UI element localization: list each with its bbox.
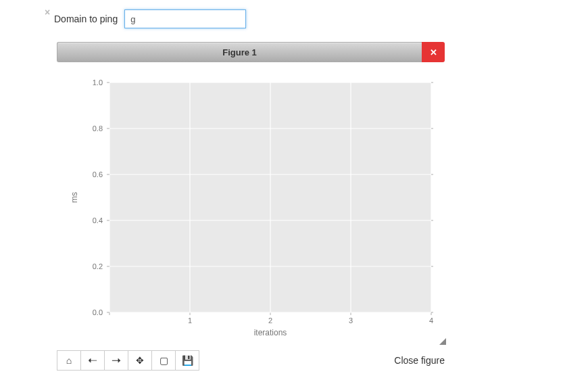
save-icon: 💾	[182, 355, 193, 366]
svg-text:0.4: 0.4	[93, 216, 103, 224]
domain-label: Domain to ping	[54, 14, 118, 24]
svg-text:2: 2	[268, 316, 272, 325]
svg-text:1: 1	[188, 316, 192, 325]
svg-text:4: 4	[429, 316, 433, 325]
domain-form: Domain to ping	[54, 9, 588, 28]
home-button[interactable]: ⌂	[57, 350, 81, 371]
close-icon[interactable]: ×	[45, 7, 50, 18]
arrow-right-icon: 🠒	[112, 355, 121, 366]
svg-text:ms: ms	[70, 192, 79, 203]
domain-input[interactable]	[124, 9, 246, 28]
svg-text:1.0: 1.0	[93, 78, 103, 87]
svg-text:0.2: 0.2	[93, 262, 103, 270]
figure-titlebar: Figure 1 ✕	[57, 42, 445, 62]
home-icon: ⌂	[66, 355, 72, 366]
close-figure-button[interactable]: ✕	[422, 42, 445, 62]
svg-text:0.6: 0.6	[93, 170, 103, 179]
figure-title: Figure 1	[57, 42, 422, 62]
save-button[interactable]: 💾	[175, 350, 199, 371]
svg-text:iterations: iterations	[254, 328, 287, 337]
arrow-left-icon: 🠐	[88, 355, 97, 366]
move-icon: ✥	[136, 355, 144, 366]
zoom-rect-icon: ▢	[160, 355, 168, 366]
figure-panel: Figure 1 ✕ 12340.00.20.40.60.81.0iterati…	[57, 42, 445, 346]
zoom-button[interactable]: ▢	[151, 350, 176, 371]
svg-text:3: 3	[349, 316, 353, 325]
back-button[interactable]: 🠐	[80, 350, 105, 371]
chart-canvas: 12340.00.20.40.60.81.0iterationsms	[57, 62, 445, 346]
close-figure-text[interactable]: Close figure	[394, 355, 445, 366]
forward-button[interactable]: 🠒	[104, 350, 128, 371]
svg-text:0.8: 0.8	[93, 124, 103, 133]
pan-button[interactable]: ✥	[128, 350, 152, 371]
svg-text:0.0: 0.0	[93, 308, 103, 316]
figure-toolbar: ⌂ 🠐 🠒 ✥ ▢ 💾	[57, 350, 199, 371]
resize-grip-icon[interactable]	[439, 338, 446, 345]
